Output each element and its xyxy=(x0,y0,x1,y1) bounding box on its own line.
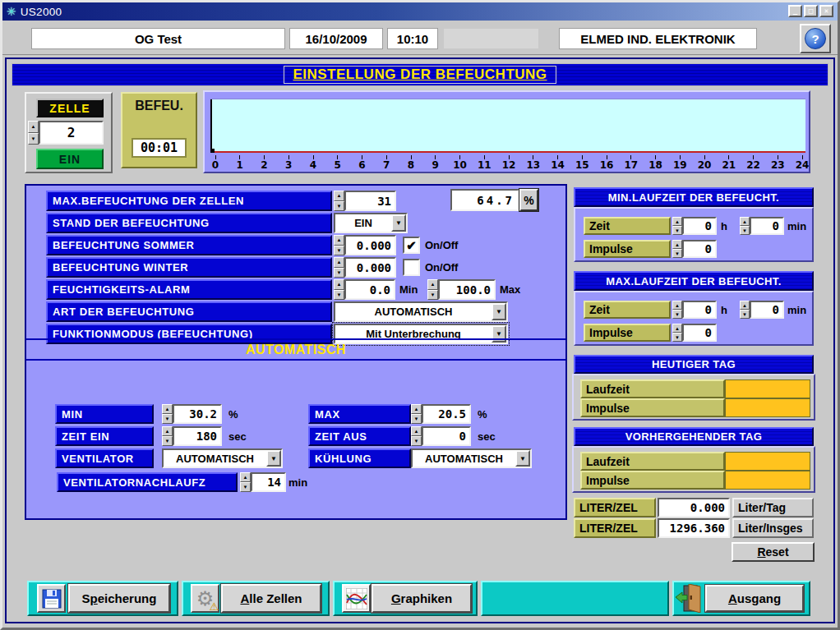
min-laufzeit-min-spinner[interactable] xyxy=(740,217,750,235)
nachlauf-unit: min xyxy=(288,472,307,492)
max-befeuchtung-spinner[interactable] xyxy=(334,191,344,211)
alarm-max-field[interactable]: 100.0 xyxy=(438,279,496,300)
ventilator-dropdown[interactable]: AUTOMATISCH xyxy=(162,448,283,468)
cell-label: ZELLE xyxy=(36,99,104,117)
winter-checkbox[interactable] xyxy=(403,259,420,276)
today-laufzeit-value xyxy=(725,379,810,398)
cell-state-button[interactable]: EIN xyxy=(36,149,104,169)
max-laufzeit-impulse-spinner[interactable] xyxy=(672,324,682,342)
previous-laufzeit-label: Laufzeit xyxy=(580,452,725,471)
max-laufzeit-impulse-field[interactable]: 0 xyxy=(682,324,717,342)
dropdown-arrow-icon[interactable] xyxy=(492,303,506,320)
spin-down-icon[interactable] xyxy=(28,133,39,145)
graphics-button[interactable]: Graphiken xyxy=(372,584,472,613)
toolbar-cell-spacer xyxy=(481,581,669,616)
min-unit: min xyxy=(787,301,806,319)
reset-mnemonic: R xyxy=(757,545,765,559)
graphics-icon-tile[interactable] xyxy=(342,584,371,613)
cell-number-field[interactable]: 2 xyxy=(39,121,104,145)
alarm-max-unit: Max xyxy=(500,279,520,300)
befeu-label: BEFEU. xyxy=(122,99,196,113)
timeline-tick: 3 xyxy=(283,155,294,172)
all-cells-icon-tile[interactable]: ⚙⚠ xyxy=(191,584,219,613)
previous-impulse-value xyxy=(725,471,810,490)
min-spinner[interactable] xyxy=(162,404,173,424)
timeline-tick: 24 xyxy=(796,155,808,172)
sommer-field[interactable]: 0.000 xyxy=(344,235,396,255)
title-bar[interactable]: ✳ US2000 _ □ ✕ xyxy=(2,2,838,21)
liter-tag-unit: Liter/Tag xyxy=(732,498,814,517)
cell-spinner[interactable] xyxy=(28,121,39,145)
alarm-min-spinner[interactable] xyxy=(334,279,344,300)
save-button[interactable]: Speicherung xyxy=(68,584,170,613)
save-label-pre: S xyxy=(82,591,90,605)
close-button[interactable]: ✕ xyxy=(819,5,833,17)
min-laufzeit-min-field[interactable]: 0 xyxy=(750,217,784,235)
save-icon-tile[interactable] xyxy=(37,584,66,613)
exit-rest: usgang xyxy=(737,591,781,605)
max-field[interactable]: 20.5 xyxy=(422,404,471,424)
max-laufzeit-h-spinner[interactable] xyxy=(672,301,682,319)
zeit-ein-field[interactable]: 180 xyxy=(173,426,222,446)
befeu-panel: BEFEU. 00:01 xyxy=(121,92,197,168)
label-max-befeuchtung: MAX.BEFEUCHTUNG DER ZELLEN xyxy=(46,191,332,211)
timeline-tick: 15 xyxy=(576,155,588,172)
min-laufzeit-h-spinner[interactable] xyxy=(672,217,682,235)
graphics-rest: raphiken xyxy=(401,591,453,605)
reset-button[interactable]: Reset xyxy=(732,542,815,562)
dropdown-value: EIN xyxy=(335,214,391,232)
label-zeit-aus: ZEIT AUS xyxy=(308,426,411,446)
humidity-display: 64.7 xyxy=(450,189,519,211)
timeline-tick: 5 xyxy=(332,155,344,172)
origin-marker xyxy=(210,149,215,153)
settings-panel: MAX.BEFEUCHTUNG DER ZELLEN 31 64.7 % STA… xyxy=(25,184,567,520)
maximize-button[interactable]: □ xyxy=(804,5,818,17)
minimize-button[interactable]: _ xyxy=(788,5,802,17)
dropdown-arrow-icon[interactable] xyxy=(266,450,281,467)
zeit-aus-unit: sec xyxy=(478,426,496,446)
zeit-ein-spinner[interactable] xyxy=(162,426,173,446)
y-axis-line xyxy=(210,99,212,153)
max-befeuchtung-field[interactable]: 31 xyxy=(344,191,396,211)
zeit-aus-field[interactable]: 0 xyxy=(422,426,471,446)
winter-field[interactable]: 0.000 xyxy=(344,257,396,278)
label-art-der-befeuchtung: ART DER BEFEUCHTUNG xyxy=(46,301,332,322)
dropdown-arrow-icon[interactable] xyxy=(515,450,530,467)
max-laufzeit-min-field[interactable]: 0 xyxy=(750,301,784,319)
nachlauf-field[interactable]: 14 xyxy=(251,472,286,492)
label-befeuchtung-winter: BEFEUCHTUNG WINTER xyxy=(46,257,332,278)
zeit-aus-spinner[interactable] xyxy=(411,426,422,446)
help-button[interactable]: ? xyxy=(800,24,831,53)
timeline-ticks: 0123456789101112131415161718192021222324 xyxy=(210,155,808,172)
timeline-tick: 4 xyxy=(307,155,319,172)
chart-curves-icon xyxy=(346,588,367,609)
min-field[interactable]: 30.2 xyxy=(173,404,222,424)
min-laufzeit-impulse-field[interactable]: 0 xyxy=(682,240,717,258)
max-laufzeit-min-spinner[interactable] xyxy=(740,301,750,319)
site-name-field[interactable]: OG Test xyxy=(31,28,285,49)
all-cells-button[interactable]: Alle Zellen xyxy=(221,584,321,613)
timeline-tick: 7 xyxy=(381,155,392,172)
dropdown-arrow-icon[interactable] xyxy=(391,214,406,232)
winter-spinner[interactable] xyxy=(334,257,344,278)
alarm-min-field[interactable]: 0.0 xyxy=(344,279,395,300)
min-laufzeit-h-field[interactable]: 0 xyxy=(682,217,717,235)
label-min: MIN xyxy=(55,404,154,424)
min-laufzeit-impulse-spinner[interactable] xyxy=(672,240,682,258)
sommer-check-label: On/Off xyxy=(425,237,458,254)
timeline-tick: 17 xyxy=(625,155,637,172)
exit-button[interactable]: Ausgang xyxy=(705,585,804,612)
timeline-tick: 23 xyxy=(772,155,783,172)
max-laufzeit-h-field[interactable]: 0 xyxy=(682,301,717,319)
nachlauf-spinner[interactable] xyxy=(240,472,251,492)
sommer-spinner[interactable] xyxy=(334,235,344,255)
stand-befeuchtung-dropdown[interactable]: EIN xyxy=(334,213,408,233)
sommer-checkbox[interactable]: ✔ xyxy=(403,237,420,254)
percent-unit-button: % xyxy=(519,189,538,211)
art-befeuchtung-dropdown[interactable]: AUTOMATISCH xyxy=(334,301,508,322)
spin-up-icon[interactable] xyxy=(28,121,39,133)
kuehlung-dropdown[interactable]: AUTOMATISCH xyxy=(411,448,532,468)
max-spinner[interactable] xyxy=(411,404,422,424)
alarm-max-spinner[interactable] xyxy=(427,279,438,300)
time-field: 10:10 xyxy=(387,28,438,49)
